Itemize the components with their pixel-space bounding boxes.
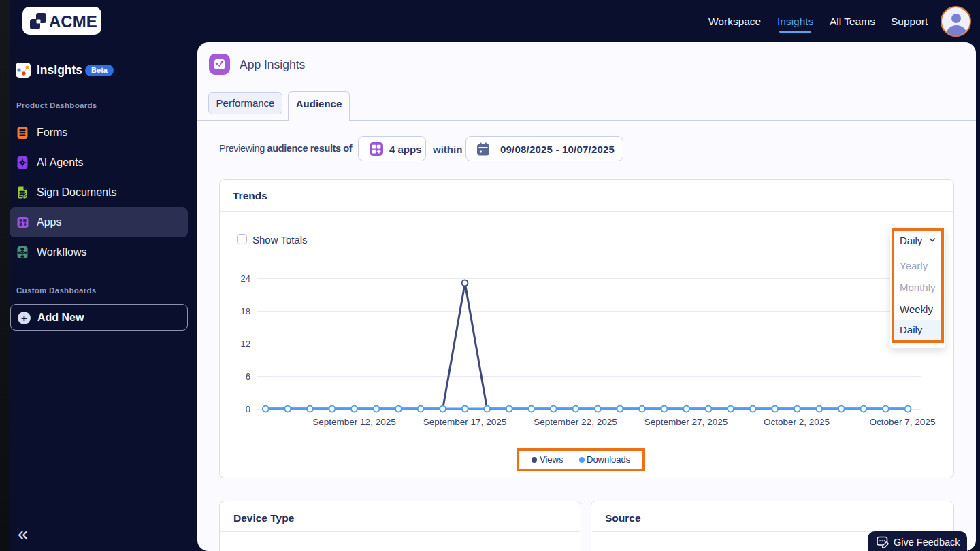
svg-text:September 22, 2025: September 22, 2025 (534, 417, 617, 427)
svg-text:September 12, 2025: September 12, 2025 (312, 417, 395, 427)
svg-text:October 2, 2025: October 2, 2025 (764, 417, 830, 427)
svg-text:12: 12 (241, 339, 250, 349)
svg-text:September 27, 2025: September 27, 2025 (644, 417, 728, 427)
svg-text:24: 24 (241, 273, 250, 284)
svg-text:ACME: ACME (49, 12, 97, 31)
svg-text:0: 0 (246, 404, 250, 414)
svg-text:18: 18 (241, 306, 250, 316)
svg-text:September 17, 2025: September 17, 2025 (423, 417, 506, 427)
svg-text:October 7, 2025: October 7, 2025 (870, 417, 936, 427)
svg-text:6: 6 (246, 371, 250, 382)
